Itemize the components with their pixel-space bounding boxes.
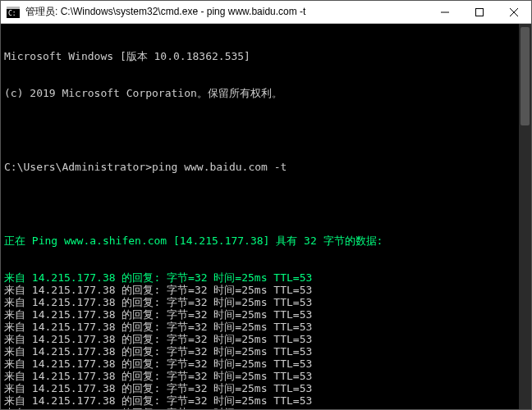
blank-line: [4, 198, 528, 210]
ping-reply-line: 来自 14.215.177.38 的回复: 字节=32 时间=25ms TTL=…: [4, 296, 528, 308]
cmd-window: C: 管理员: C:\Windows\system32\cmd.exe - pi…: [0, 0, 532, 410]
svg-rect-1: [7, 7, 20, 9]
console-header-1: Microsoft Windows [版本 10.0.18362.535]: [4, 50, 528, 62]
command-text: ping www.baidu.com -t: [152, 161, 287, 173]
ping-reply-line: 来自 14.215.177.38 的回复: 字节=32 时间=25ms TTL=…: [4, 382, 528, 394]
ping-reply-line: 来自 14.215.177.38 的回复: 字节=32 时间=25ms TTL=…: [4, 394, 528, 407]
close-button[interactable]: [497, 1, 531, 24]
ping-reply-line: 来自 14.215.177.38 的回复: 字节=32 时间=25ms TTL=…: [4, 407, 528, 409]
prompt-line: C:\Users\Administrator>ping www.baidu.co…: [4, 161, 528, 173]
ping-reply-line: 来自 14.215.177.38 的回复: 字节=32 时间=25ms TTL=…: [4, 271, 528, 284]
scrollbar[interactable]: [519, 24, 531, 409]
minimize-button[interactable]: [428, 1, 462, 24]
prompt: C:\Users\Administrator>: [4, 161, 152, 173]
titlebar[interactable]: C: 管理员: C:\Windows\system32\cmd.exe - pi…: [1, 1, 531, 24]
ping-reply-line: 来自 14.215.177.38 的回复: 字节=32 时间=25ms TTL=…: [4, 284, 528, 296]
ping-reply-line: 来自 14.215.177.38 的回复: 字节=32 时间=25ms TTL=…: [4, 333, 528, 345]
svg-text:C:: C:: [8, 10, 16, 17]
minimize-icon: [441, 8, 449, 16]
scrollbar-thumb[interactable]: [521, 27, 530, 125]
ping-reply-line: 来自 14.215.177.38 的回复: 字节=32 时间=25ms TTL=…: [4, 345, 528, 358]
maximize-button[interactable]: [462, 1, 497, 24]
svg-rect-4: [476, 8, 484, 16]
blank-line: [4, 124, 528, 136]
ping-header: 正在 Ping www.a.shifen.com [14.215.177.38]…: [4, 235, 528, 247]
ping-replies: 来自 14.215.177.38 的回复: 字节=32 时间=25ms TTL=…: [4, 271, 528, 409]
ping-reply-line: 来自 14.215.177.38 的回复: 字节=32 时间=25ms TTL=…: [4, 321, 528, 333]
window-title: 管理员: C:\Windows\system32\cmd.exe - ping …: [25, 5, 428, 19]
ping-reply-line: 来自 14.215.177.38 的回复: 字节=32 时间=25ms TTL=…: [4, 370, 528, 382]
console-header-2: (c) 2019 Microsoft Corporation。保留所有权利。: [4, 87, 528, 99]
close-icon: [510, 8, 518, 16]
cmd-icon: C:: [6, 5, 21, 20]
maximize-icon: [475, 8, 484, 16]
console-area[interactable]: Microsoft Windows [版本 10.0.18362.535] (c…: [1, 24, 531, 409]
ping-reply-line: 来自 14.215.177.38 的回复: 字节=32 时间=25ms TTL=…: [4, 358, 528, 370]
ping-reply-line: 来自 14.215.177.38 的回复: 字节=32 时间=25ms TTL=…: [4, 308, 528, 321]
